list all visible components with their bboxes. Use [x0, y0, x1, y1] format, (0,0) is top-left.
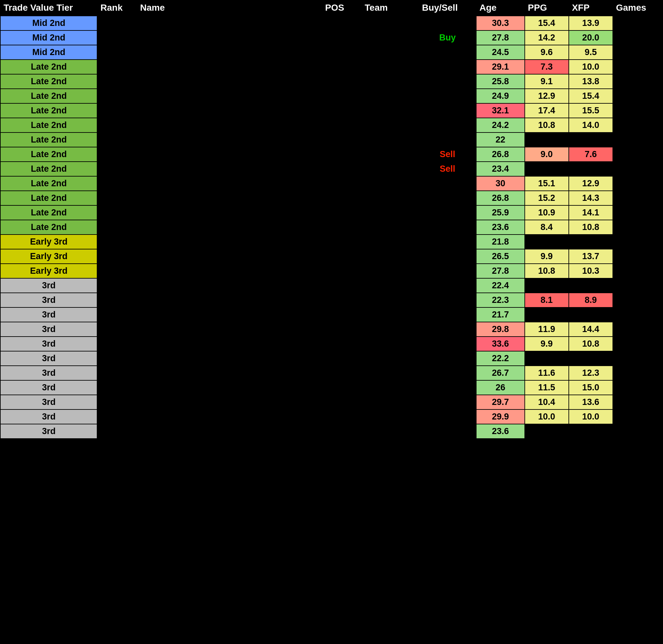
- games-cell: [613, 60, 663, 74]
- buy-sell-cell: [418, 380, 476, 395]
- xfp-cell: 20.0: [569, 30, 613, 45]
- pos-cell: [322, 74, 361, 89]
- age-cell: 22.2: [476, 351, 525, 366]
- ppg-cell: 10.4: [525, 395, 569, 409]
- buy-sell-cell: [418, 235, 476, 249]
- xfp-cell: 14.4: [569, 322, 613, 337]
- games-cell: [613, 162, 663, 176]
- tier-cell: Late 2nd: [0, 205, 97, 220]
- tier-cell: Late 2nd: [0, 74, 97, 89]
- xfp-cell: 7.6: [569, 147, 613, 162]
- ppg-cell: 11.5: [525, 380, 569, 395]
- rank-cell: [97, 176, 137, 191]
- games-cell: [613, 191, 663, 205]
- ppg-cell: 7.3: [525, 60, 569, 74]
- rank-cell: [97, 205, 137, 220]
- name-cell: [137, 133, 322, 147]
- age-cell: 23.6: [476, 424, 525, 439]
- team-cell: [362, 30, 419, 45]
- col-buysell: Buy/Sell: [418, 0, 476, 16]
- rank-cell: [97, 249, 137, 264]
- pos-cell: [322, 45, 361, 60]
- table-row: 3rd21.7: [0, 307, 663, 322]
- col-ppg: PPG: [525, 0, 569, 16]
- age-cell: 29.1: [476, 60, 525, 74]
- team-cell: [362, 147, 419, 162]
- team-cell: [362, 235, 419, 249]
- table-row: 3rd29.811.914.4: [0, 322, 663, 337]
- rank-cell: [97, 235, 137, 249]
- ppg-cell: [525, 133, 569, 147]
- buy-sell-cell: [418, 409, 476, 424]
- buy-sell-cell: [418, 133, 476, 147]
- tier-cell: 3rd: [0, 293, 97, 307]
- xfp-cell: 8.9: [569, 293, 613, 307]
- tier-cell: Mid 2nd: [0, 30, 97, 45]
- tier-cell: Late 2nd: [0, 89, 97, 103]
- table-row: 3rd29.710.413.6: [0, 395, 663, 409]
- pos-cell: [322, 235, 361, 249]
- name-cell: [137, 89, 322, 103]
- table-row: 3rd33.69.910.8: [0, 337, 663, 351]
- pos-cell: [322, 220, 361, 235]
- ppg-cell: 10.8: [525, 264, 569, 278]
- games-cell: [613, 293, 663, 307]
- col-pos: POS: [322, 0, 361, 16]
- xfp-cell: 12.3: [569, 366, 613, 380]
- table-row: 3rd22.2: [0, 351, 663, 366]
- ppg-cell: 12.9: [525, 89, 569, 103]
- tier-cell: Late 2nd: [0, 176, 97, 191]
- table-row: Late 2nd3015.112.9: [0, 176, 663, 191]
- table-row: Late 2ndSell26.89.07.6: [0, 147, 663, 162]
- team-cell: [362, 395, 419, 409]
- age-cell: 26.5: [476, 249, 525, 264]
- xfp-cell: 13.9: [569, 16, 613, 30]
- team-cell: [362, 249, 419, 264]
- rank-cell: [97, 424, 137, 439]
- games-cell: [613, 118, 663, 133]
- pos-cell: [322, 380, 361, 395]
- xfp-cell: [569, 235, 613, 249]
- header-row: Trade Value Tier Rank Name POS Team Buy/…: [0, 0, 663, 16]
- name-cell: [137, 395, 322, 409]
- age-cell: 23.6: [476, 220, 525, 235]
- name-cell: [137, 45, 322, 60]
- table-row: 3rd26.711.612.3: [0, 366, 663, 380]
- games-cell: [613, 351, 663, 366]
- age-cell: 26.8: [476, 147, 525, 162]
- xfp-cell: 14.3: [569, 191, 613, 205]
- ppg-cell: 11.6: [525, 366, 569, 380]
- games-cell: [613, 366, 663, 380]
- name-cell: [137, 162, 322, 176]
- name-cell: [137, 366, 322, 380]
- age-cell: 29.8: [476, 322, 525, 337]
- ppg-cell: 15.2: [525, 191, 569, 205]
- rank-cell: [97, 380, 137, 395]
- rank-cell: [97, 60, 137, 74]
- rank-cell: [97, 322, 137, 337]
- games-cell: [613, 205, 663, 220]
- table-row: 3rd2611.515.0: [0, 380, 663, 395]
- team-cell: [362, 278, 419, 293]
- tier-cell: Early 3rd: [0, 264, 97, 278]
- ppg-cell: 9.0: [525, 147, 569, 162]
- team-cell: [362, 16, 419, 30]
- xfp-cell: 14.0: [569, 118, 613, 133]
- ppg-cell: 15.1: [525, 176, 569, 191]
- ppg-cell: 8.4: [525, 220, 569, 235]
- rank-cell: [97, 191, 137, 205]
- pos-cell: [322, 30, 361, 45]
- name-cell: [137, 16, 322, 30]
- rank-cell: [97, 409, 137, 424]
- team-cell: [362, 103, 419, 118]
- tier-cell: Mid 2nd: [0, 45, 97, 60]
- tier-cell: Late 2nd: [0, 220, 97, 235]
- buy-sell-cell: [418, 366, 476, 380]
- age-cell: 21.8: [476, 235, 525, 249]
- team-cell: [362, 74, 419, 89]
- name-cell: [137, 60, 322, 74]
- buy-sell-cell: [418, 191, 476, 205]
- buy-sell-cell: [418, 16, 476, 30]
- name-cell: [137, 380, 322, 395]
- rank-cell: [97, 278, 137, 293]
